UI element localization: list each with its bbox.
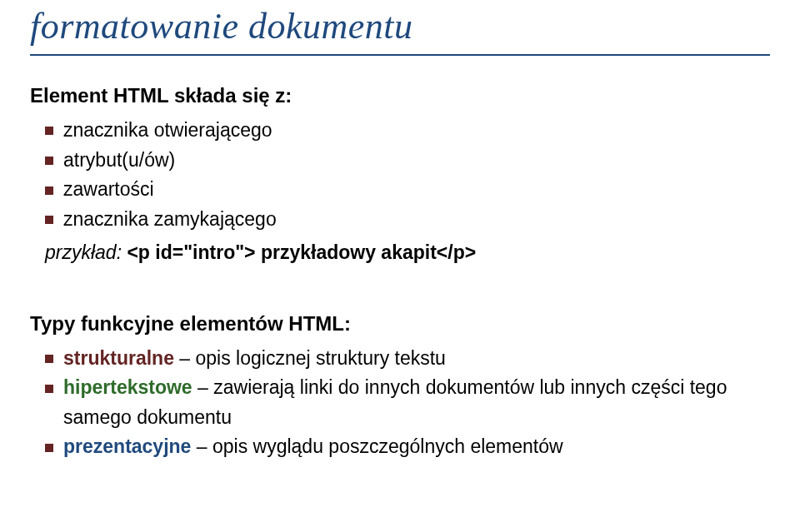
list-item: zawartości (45, 175, 770, 205)
term-hipertekstowe: hipertekstowe (63, 376, 192, 398)
term-desc: – opis logicznej struktury tekstu (174, 347, 446, 369)
section2-heading: Typy funkcyjne elementów HTML: (30, 312, 770, 336)
term-prezentacyjne: prezentacyjne (63, 435, 191, 457)
example-lead: przykład: (45, 241, 127, 263)
section1-intro: Element HTML składa się z: (30, 84, 770, 107)
title-rule (30, 54, 770, 56)
slide: formatowanie dokumentu Element HTML skła… (0, 0, 800, 479)
term-strukturalne: strukturalne (63, 347, 174, 369)
list-item: prezentacyjne – opis wyglądu poszczególn… (45, 432, 770, 462)
list-item: znacznika zamykającego (45, 205, 770, 235)
section2-list: strukturalne – opis logicznej struktury … (30, 344, 770, 463)
example-line: przykład: <p id="intro"> przykładowy aka… (30, 241, 770, 264)
term-desc: – opis wyglądu poszczególnych elementów (191, 435, 562, 457)
list-item: atrybut(u/ów) (45, 146, 770, 176)
list-item: strukturalne – opis logicznej struktury … (45, 344, 770, 374)
list-item: znacznika otwierającego (45, 116, 770, 146)
slide-title: formatowanie dokumentu (30, 5, 770, 52)
section1-list: znacznika otwierającego atrybut(u/ów) za… (30, 116, 770, 235)
example-code: <p id="intro"> przykładowy akapit</p> (127, 241, 476, 263)
list-item: hipertekstowe – zawierają linki do innyc… (45, 373, 770, 432)
section-element-skladowe: Element HTML składa się z: znacznika otw… (30, 84, 770, 264)
